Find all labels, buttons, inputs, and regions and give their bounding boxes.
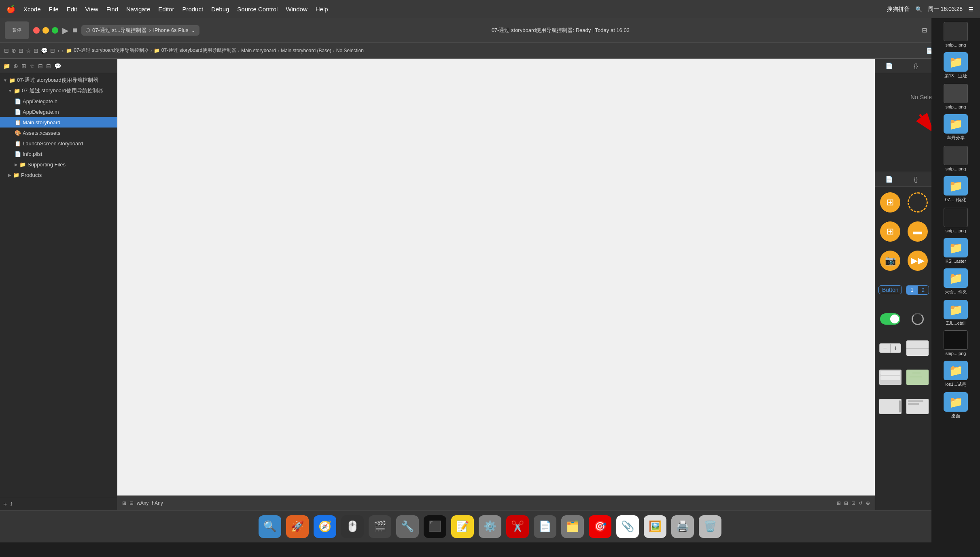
library-objects-tab[interactable]: 📄 <box>882 174 896 185</box>
lib-view-item[interactable]: ⊞ <box>877 188 904 217</box>
zoom-out-icon[interactable]: ⊟ <box>129 500 134 506</box>
dock-quicklook[interactable]: 📄 <box>534 515 556 538</box>
sidebar-tag-icon[interactable]: ⊞ <box>21 63 26 69</box>
lib-mapview-item[interactable] <box>904 363 930 391</box>
menu-editor[interactable]: Editor <box>158 6 174 13</box>
menu-view[interactable]: View <box>85 6 98 13</box>
sidebar-filter-icon[interactable]: ⊕ <box>13 63 18 69</box>
chevron-right-nav[interactable]: › <box>62 47 64 54</box>
lib-scroll-item[interactable] <box>877 392 904 421</box>
desktop-icon-10[interactable]: 📁 ZJL...etail <box>933 298 978 327</box>
tree-infoplist[interactable]: 📄 Info.plist <box>0 149 117 159</box>
sidebar-nav-icon[interactable]: 📁 <box>3 63 10 69</box>
simulate-icon[interactable]: ↺ <box>859 500 863 506</box>
lib-textview-item[interactable] <box>904 392 930 421</box>
dock-video[interactable]: 🎬 <box>369 515 391 538</box>
tree-root[interactable]: ▼ 📁 07-通过 storyboard使用导航控制器 <box>0 75 117 85</box>
tree-products[interactable]: ▶ 📁 Products <box>0 170 117 180</box>
zoom-button[interactable] <box>52 27 58 34</box>
pause-button[interactable]: 暂停 <box>5 21 29 39</box>
dock-launchpad[interactable]: 🚀 <box>286 515 309 538</box>
tree-supporting-files[interactable]: ▶ 📁 Supporting Files <box>0 159 117 170</box>
close-button[interactable] <box>33 27 40 34</box>
menu-find[interactable]: Find <box>106 6 118 13</box>
desktop-icon-2[interactable]: 📁 第13…业址 <box>933 51 978 81</box>
storyboard-canvas[interactable] <box>117 59 875 510</box>
filter-icon[interactable]: ⊕ <box>11 47 16 54</box>
tree-project[interactable]: ▼ 📁 07-通过 storyboard使用导航控制器 <box>0 85 117 96</box>
desktop-icon-13[interactable]: 📁 桌面 <box>933 391 978 421</box>
zoom-icon[interactable]: ⊕ <box>866 500 870 506</box>
lib-switch-item[interactable] <box>877 305 904 333</box>
run-button[interactable]: ▶ <box>62 26 68 35</box>
tree-assets[interactable]: 🎨 Assets.xcassets <box>0 128 117 138</box>
dock-printer[interactable]: 🖨️ <box>671 515 694 538</box>
menu-xcode[interactable]: Xcode <box>23 6 41 13</box>
dock-tools[interactable]: 🔧 <box>396 515 419 538</box>
desktop-icon-7[interactable]: snip....png <box>933 206 978 235</box>
breadcrumb-part-2[interactable]: 07-通过 storyboard使用导航控制器 <box>161 47 236 54</box>
lib-stepper-item[interactable]: − + <box>877 334 904 362</box>
menu-help[interactable]: Help <box>316 6 328 13</box>
sidebar-breakpoint-icon[interactable]: ⊟ <box>46 63 51 69</box>
stop-button[interactable]: ■ <box>72 26 77 35</box>
menu-navigate[interactable]: Navigate <box>126 6 150 13</box>
menu-product[interactable]: Product <box>182 6 203 13</box>
size-class-w[interactable]: wAny <box>137 500 148 506</box>
breakpoint-icon[interactable]: ⊟ <box>50 47 55 54</box>
size-class-h[interactable]: hAny <box>152 500 163 506</box>
dock-xmind[interactable]: ✂️ <box>506 515 529 538</box>
dock-preview[interactable]: 📎 <box>616 515 639 538</box>
tree-appdelegate-m[interactable]: 📄 AppDelegate.m <box>0 106 117 117</box>
lib-activity-item[interactable] <box>904 305 930 333</box>
sidebar-report-icon[interactable]: 💬 <box>54 63 61 69</box>
menu-window[interactable]: Window <box>286 6 307 13</box>
tag-icon[interactable]: ⊞ <box>19 47 23 54</box>
search-menu-icon[interactable]: 🔍 <box>915 6 922 13</box>
dock-settings[interactable]: ⚙️ <box>479 515 501 538</box>
lib-grouped-tableview-item[interactable] <box>877 363 904 391</box>
desktop-icon-12[interactable]: 📁 ios1...试是 <box>933 359 978 389</box>
tree-launchscreen[interactable]: 📋 LaunchScreen.storyboard <box>0 138 117 149</box>
chevron-left-nav[interactable]: ‹ <box>57 47 59 54</box>
lib-view-outline-item[interactable] <box>904 188 930 217</box>
grid-icon[interactable]: ⊞ <box>34 47 38 54</box>
lib-imageview-item[interactable]: 📷 <box>877 247 904 275</box>
canvas-controls-icon[interactable]: ⊞ <box>122 500 126 506</box>
navigator-toggle[interactable]: ⊟ <box>922 26 927 34</box>
tree-appdelegate-h[interactable]: 📄 AppDelegate.h <box>0 96 117 106</box>
message-icon[interactable]: 💬 <box>41 47 48 54</box>
add-file-button[interactable]: + <box>3 501 7 508</box>
menu-file[interactable]: File <box>49 6 59 13</box>
tree-main-storyboard[interactable]: 📋 Main.storyboard <box>0 117 117 128</box>
lib-avplayer-item[interactable]: ▶▶ <box>904 247 930 275</box>
dock-mouse[interactable]: 🖱️ <box>341 515 364 538</box>
dock-photos[interactable]: 🖼️ <box>644 515 666 538</box>
dock-finder[interactable]: 🔍 <box>259 515 281 538</box>
dock-safari[interactable]: 🧭 <box>314 515 336 538</box>
show-finder-button[interactable]: ⤴ <box>10 502 13 507</box>
desktop-icon-4[interactable]: 📁 车丹分享 <box>933 113 978 142</box>
lib-button-item[interactable]: Button <box>877 276 904 304</box>
desktop-icon-8[interactable]: 📁 KSl...aster <box>933 236 978 265</box>
desktop-icon-11[interactable]: snip....png <box>933 329 978 357</box>
desktop-icon-1[interactable]: snip....png <box>933 20 978 49</box>
menu-edit[interactable]: Edit <box>67 6 77 13</box>
minimize-button[interactable] <box>42 27 49 34</box>
breadcrumb-part-4[interactable]: Main.storyboard (Base) <box>281 48 331 53</box>
menu-debug[interactable]: Debug <box>211 6 229 13</box>
sidebar-debug-icon[interactable]: ⊟ <box>38 63 43 69</box>
file-inspector-tab[interactable]: 📄 <box>882 61 896 71</box>
menu-source-control[interactable]: Source Control <box>237 6 278 13</box>
lib-segmented-item[interactable]: 1 2 <box>904 276 930 304</box>
breadcrumb-part-1[interactable]: 07-通过 storyboard使用导航控制器 <box>74 47 148 54</box>
desktop-icon-9[interactable]: 📁 未命…件夹 <box>933 267 978 297</box>
breadcrumb-part-3[interactable]: Main.storyboard <box>241 48 276 53</box>
star-icon[interactable]: ☆ <box>26 47 31 54</box>
dock-filemanager[interactable]: 🗂️ <box>561 515 584 538</box>
scale-icon[interactable]: ⊡ <box>851 500 855 506</box>
breadcrumb-part-5[interactable]: No Selection <box>336 48 364 53</box>
desktop-icon-6[interactable]: 📁 07-…(优化 <box>933 174 978 204</box>
dock-target[interactable]: 🎯 <box>589 515 611 538</box>
dock-terminal[interactable]: ⬛ <box>424 515 446 538</box>
